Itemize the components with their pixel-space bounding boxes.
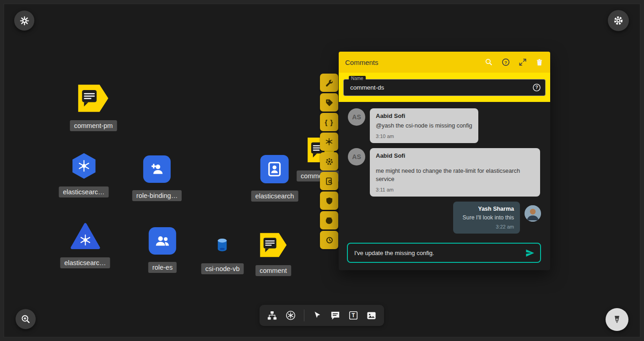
- gear-icon: [325, 157, 334, 166]
- media-icon: [366, 310, 377, 321]
- send-icon: [525, 248, 535, 258]
- node-label: elasticsearch: [251, 191, 298, 202]
- comments-panel: Comments ? Name: [339, 52, 550, 270]
- shapes-tool[interactable]: [312, 310, 322, 320]
- settings-button[interactable]: [608, 10, 629, 31]
- role-icon: [149, 227, 176, 255]
- history-clock-icon: [325, 236, 334, 245]
- shield-icon: [325, 197, 334, 205]
- tool-dock: T: [260, 305, 384, 326]
- node-role-binding[interactable]: role-binding…: [132, 155, 182, 201]
- node-label: csi-node-vb: [201, 263, 244, 274]
- pen-tool-button[interactable]: [606, 308, 628, 331]
- help-icon[interactable]: ?: [532, 83, 541, 92]
- name-field-label: Name: [349, 76, 366, 81]
- panel-title: Comments: [345, 59, 484, 66]
- message-text: me might need to change the rate-limit f…: [376, 167, 534, 184]
- braces-icon: { }: [325, 118, 334, 126]
- text-icon: T: [348, 310, 358, 320]
- node-comment-pm[interactable]: comment-pm: [70, 84, 117, 131]
- node-label: role-binding…: [132, 190, 182, 201]
- panel-header-actions: ?: [484, 58, 544, 67]
- node-comment[interactable]: comment: [255, 232, 291, 276]
- cursor-shapes-icon: [312, 310, 322, 320]
- tag-icon: [325, 98, 334, 107]
- tag-button[interactable]: [320, 93, 338, 112]
- node-role-es[interactable]: role-es: [148, 227, 177, 273]
- svg-text:?: ?: [504, 60, 507, 65]
- dock-divider: [304, 309, 304, 321]
- message-bubble: Yash Sharma Sure I'll look into this 3:2…: [453, 202, 520, 234]
- node-label: elasticsearc…: [60, 257, 110, 268]
- node-label: comment: [255, 265, 291, 276]
- comments-panel-header[interactable]: Comments ?: [339, 52, 550, 73]
- expand-icon[interactable]: [518, 58, 527, 67]
- storage-cylinder-icon: [216, 238, 229, 252]
- kubernetes-wheel-icon: [325, 137, 334, 146]
- shield-button[interactable]: [320, 192, 338, 210]
- flowchart-tool[interactable]: [267, 310, 277, 321]
- comments-icon: [330, 310, 341, 321]
- doc-search-button[interactable]: [320, 172, 338, 190]
- flowchart-icon: [267, 310, 277, 321]
- message-time: 3:22 am: [459, 224, 514, 229]
- comment-message: Yash Sharma Sure I'll look into this 3:2…: [348, 202, 541, 234]
- braces-button[interactable]: { }: [320, 113, 338, 131]
- message-bubble: Aabid Sofi me might need to change the r…: [370, 148, 540, 197]
- text-tool[interactable]: T: [348, 310, 358, 320]
- message-time: 3:10 am: [376, 133, 472, 139]
- media-tool[interactable]: [366, 310, 377, 321]
- message-time: 3:11 am: [376, 187, 534, 192]
- message-author: Yash Sharma: [459, 206, 514, 212]
- role-binding-icon: [143, 155, 171, 183]
- node-label: role-es: [148, 262, 177, 273]
- app-logo-icon: [19, 16, 30, 26]
- wrench-icon: [325, 79, 334, 87]
- comment-message: AS Aabid Sofi me might need to change th…: [348, 148, 541, 197]
- github-icon: [325, 216, 334, 225]
- comments-thread[interactable]: AS Aabid Sofi @yash the csi-node is miss…: [339, 102, 550, 234]
- node-csi-node-vb[interactable]: csi-node-vb: [201, 238, 244, 274]
- comment-composer[interactable]: [347, 243, 541, 263]
- zoom-in-icon: [21, 314, 31, 325]
- node-label: comment-pm: [70, 120, 117, 131]
- search-icon[interactable]: [484, 58, 493, 67]
- message-text: Sure I'll look into this: [459, 214, 514, 222]
- avatar-photo: [525, 205, 541, 222]
- gear-icon: [613, 15, 624, 26]
- message-author: Aabid Sofi: [376, 152, 534, 159]
- kubernetes-button[interactable]: [320, 133, 338, 151]
- node-action-toolbar: { }: [320, 74, 338, 249]
- kubernetes-tool[interactable]: [285, 310, 296, 321]
- svg-text:T: T: [352, 312, 355, 319]
- wrench-button[interactable]: [320, 74, 338, 92]
- comment-input[interactable]: [353, 249, 521, 257]
- name-field-section: Name ?: [339, 73, 550, 102]
- service-account-icon: [260, 155, 289, 183]
- node-elasticsearch-triangle[interactable]: elasticsearc…: [60, 223, 110, 268]
- delete-icon[interactable]: [535, 58, 544, 67]
- kubernetes-triangle-icon: [70, 223, 100, 250]
- node-elasticsearch[interactable]: elasticsearch: [251, 155, 298, 202]
- avatar: AS: [348, 148, 365, 165]
- send-button[interactable]: [525, 248, 535, 258]
- zoom-button[interactable]: [16, 309, 36, 329]
- app-menu-button[interactable]: [14, 11, 34, 31]
- node-elasticsearch-hexagon[interactable]: elasticsearc…: [59, 153, 108, 197]
- name-input[interactable]: [343, 79, 546, 96]
- comments-tool[interactable]: [330, 310, 341, 321]
- github-button[interactable]: [320, 211, 338, 229]
- avatar: AS: [348, 108, 365, 126]
- svg-text:?: ?: [535, 85, 538, 90]
- help-icon[interactable]: ?: [501, 58, 510, 67]
- comment-message: AS Aabid Sofi @yash the csi-node is miss…: [348, 108, 541, 143]
- message-text: @yash the csi-node is missing config: [376, 122, 472, 130]
- kubernetes-hexagon-icon: [70, 153, 97, 179]
- message-author: Aabid Sofi: [376, 112, 472, 119]
- history-button[interactable]: [320, 231, 338, 249]
- gear-button[interactable]: [320, 152, 338, 170]
- pen-nib-icon: [612, 314, 622, 325]
- comment-resource-icon: [259, 232, 287, 258]
- document-search-icon: [325, 177, 334, 186]
- kubernetes-icon: [285, 310, 296, 321]
